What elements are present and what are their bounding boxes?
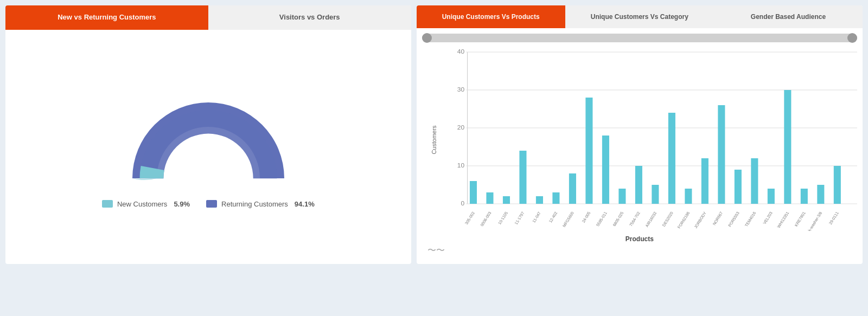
svg-text:MFG5600: MFG5600 <box>561 211 575 228</box>
svg-text:VEL203: VEL203 <box>762 211 774 225</box>
svg-rect-17 <box>519 151 526 204</box>
svg-rect-21 <box>552 192 559 204</box>
legend-returning-customers: Returning Customers 94.1% <box>206 200 315 208</box>
x-axis-label: Products <box>422 235 857 243</box>
donut-chart-area: 169.38 < 180 => 1... no: for arcs > 180 … <box>5 30 411 264</box>
returning-customers-label: Returning Customers <box>221 200 288 208</box>
svg-rect-45 <box>751 158 758 204</box>
svg-text:30: 30 <box>457 86 464 92</box>
svg-rect-11 <box>470 181 477 204</box>
left-tab-bar: New vs Returning Customers Visitors vs O… <box>5 5 411 30</box>
svg-rect-27 <box>602 136 609 204</box>
new-customers-label: New Customers <box>117 200 167 208</box>
svg-text:10-1105: 10-1105 <box>497 211 509 225</box>
right-panel: Unique Customers Vs Products Unique Cust… <box>417 5 863 264</box>
bar-chart-container: Customers 0 10 20 <box>417 28 863 264</box>
svg-text:JORBODY: JORBODY <box>693 211 707 229</box>
svg-text:POR5553: POR5553 <box>727 211 741 228</box>
slider-handle-right[interactable] <box>847 33 857 43</box>
svg-rect-29 <box>618 189 626 204</box>
svg-rect-37 <box>685 189 692 204</box>
svg-text:12-402: 12-402 <box>547 211 558 223</box>
returning-customers-swatch <box>206 200 217 208</box>
bottom-row: 〜〜 <box>422 243 857 259</box>
tab-new-vs-returning[interactable]: New vs Returning Customers <box>5 5 208 30</box>
svg-text:5585-011: 5585-011 <box>595 211 608 227</box>
svg-rect-49 <box>784 90 791 204</box>
svg-text:0: 0 <box>461 200 464 206</box>
bar-chart-svg-area: 0 10 20 30 40 <box>444 47 857 233</box>
returning-customers-pct: 94.1% <box>295 200 315 208</box>
svg-text:AIR16032: AIR16032 <box>644 211 658 228</box>
svg-text:TEM4016: TEM4016 <box>744 211 757 228</box>
left-panel: New vs Returning Customers Visitors vs O… <box>5 5 411 264</box>
svg-text:FOR62186: FOR62186 <box>676 211 691 229</box>
svg-rect-51 <box>800 189 807 204</box>
svg-rect-43 <box>734 170 741 204</box>
y-axis-label: Customers <box>430 125 437 154</box>
right-tab-bar: Unique Customers Vs Products Unique Cust… <box>417 5 863 28</box>
svg-rect-13 <box>486 192 493 204</box>
legend-new-customers: New Customers 5.9% <box>102 200 190 208</box>
svg-text:WHI13351: WHI13351 <box>776 211 790 229</box>
wave-icon: 〜〜 <box>427 245 445 256</box>
svg-text:7564-702: 7564-702 <box>628 211 641 227</box>
svg-text:0006-003: 0006-003 <box>479 211 492 227</box>
svg-text:29-0111: 29-0111 <box>828 211 840 225</box>
slider-handle-left[interactable] <box>422 33 432 43</box>
svg-text:20: 20 <box>457 124 464 130</box>
tab-gender-based[interactable]: Gender Based Audience <box>714 5 863 28</box>
tab-visitors-vs-orders[interactable]: Visitors vs Orders <box>208 5 411 30</box>
svg-rect-39 <box>701 158 708 204</box>
svg-rect-19 <box>536 196 543 204</box>
svg-text:305-002: 305-002 <box>464 211 476 225</box>
tab-unique-vs-products[interactable]: Unique Customers Vs Products <box>417 5 565 28</box>
svg-rect-47 <box>767 189 774 204</box>
svg-text:24-005: 24-005 <box>580 211 591 223</box>
svg-rect-23 <box>569 173 576 204</box>
svg-rect-55 <box>833 166 840 204</box>
svg-rect-41 <box>718 105 725 204</box>
svg-text:10: 10 <box>457 162 464 168</box>
svg-text:DES2020: DES2020 <box>661 211 674 227</box>
main-container: New vs Returning Customers Visitors vs O… <box>5 5 863 264</box>
svg-text:11-1797: 11-1797 <box>513 211 525 225</box>
svg-text:11-047: 11-047 <box>531 211 542 223</box>
new-customers-pct: 5.9% <box>174 200 190 208</box>
svg-text:6805-025: 6805-025 <box>611 211 624 227</box>
range-slider[interactable] <box>422 34 857 42</box>
svg-text:NOR667: NOR667 <box>711 211 724 226</box>
svg-rect-53 <box>817 185 824 204</box>
svg-text:lock-washer-3/8: lock-washer-3/8 <box>804 211 823 231</box>
svg-rect-25 <box>585 98 592 204</box>
svg-rect-31 <box>635 166 642 204</box>
donut-chart: 169.38 < 180 => 1... no: for arcs > 180 … <box>122 86 295 184</box>
svg-rect-33 <box>652 185 659 204</box>
new-customers-swatch <box>102 200 113 208</box>
svg-text:KRE7801: KRE7801 <box>793 211 806 227</box>
svg-rect-35 <box>668 113 675 204</box>
tab-unique-vs-category[interactable]: Unique Customers Vs Category <box>565 5 714 28</box>
svg-rect-15 <box>503 196 510 204</box>
chart-legend: New Customers 5.9% Returning Customers 9… <box>102 200 315 208</box>
svg-text:40: 40 <box>457 48 464 54</box>
